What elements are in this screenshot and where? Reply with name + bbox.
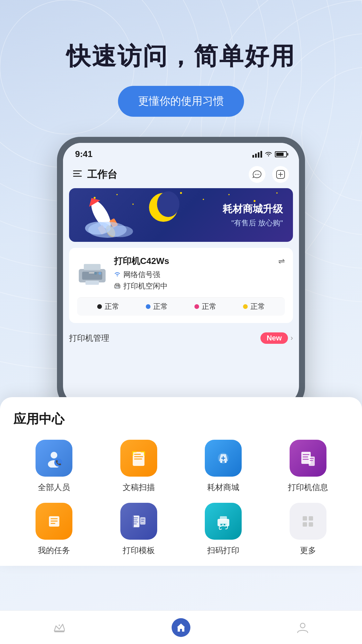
app-item-more[interactable]: 更多: [267, 503, 349, 556]
wifi-status: 网络信号强: [114, 270, 285, 280]
banner-main-text: 耗材商城升级: [223, 202, 283, 216]
svg-rect-87: [221, 525, 221, 525]
svg-rect-85: [223, 524, 223, 525]
ink-yellow-label: 正常: [250, 302, 265, 312]
svg-rect-41: [84, 264, 101, 270]
svg-point-23: [132, 204, 134, 205]
app-item-template[interactable]: 打印模板: [98, 503, 180, 556]
svg-point-27: [254, 200, 256, 202]
people-icon: 📞: [36, 440, 72, 477]
svg-rect-67: [310, 460, 313, 461]
printer-name: 打印机C42Ws: [114, 255, 169, 267]
svg-rect-71: [51, 523, 55, 524]
crown-icon: [53, 621, 66, 634]
chat-button[interactable]: [249, 166, 265, 183]
hero-title: 快速访问，简单好用: [0, 40, 362, 72]
printer-card: 打印机C42Ws ⇌: [69, 248, 293, 323]
svg-point-37: [85, 222, 111, 234]
wifi-status-icon: [114, 271, 121, 279]
nav-item-crown[interactable]: [53, 621, 66, 634]
svg-rect-77: [132, 516, 134, 527]
ink-yellow: 正常: [243, 302, 265, 312]
svg-rect-73: [133, 518, 138, 518]
svg-rect-69: [51, 518, 58, 519]
print-status-text: 打印机空闲中: [123, 281, 168, 291]
app-people-label: 全部人员: [38, 482, 70, 493]
svg-rect-88: [303, 516, 307, 521]
app-center-title: 应用中心: [13, 411, 349, 428]
phone-screen: 9:41: [63, 143, 299, 405]
menu-icon[interactable]: [73, 170, 82, 179]
print-status-icon: [114, 282, 121, 290]
svg-rect-74: [133, 520, 137, 520]
chevron-right-icon: ›: [291, 334, 293, 342]
add-button[interactable]: [272, 166, 289, 183]
ink-cyan-label: 正常: [153, 302, 168, 312]
app-item-shop[interactable]: 耗材商城: [183, 440, 264, 493]
svg-rect-89: [309, 516, 313, 521]
app-item-info[interactable]: 打印机信息: [267, 440, 349, 493]
management-row[interactable]: 打印机管理 New ›: [63, 328, 299, 344]
app-qr-label: 扫码打印: [207, 545, 239, 556]
svg-rect-79: [141, 519, 144, 520]
app-scan-label: 文稿扫描: [123, 482, 155, 493]
app-item-scan[interactable]: 文稿扫描: [98, 440, 180, 493]
switch-printer-icon[interactable]: ⇌: [278, 257, 285, 266]
svg-rect-65: [309, 457, 315, 466]
status-time: 9:41: [75, 149, 93, 159]
wifi-icon: [265, 150, 272, 159]
svg-point-30: [157, 192, 179, 217]
svg-marker-94: [177, 624, 185, 632]
banner[interactable]: 耗材商城升级 "有售后 放心购": [69, 188, 293, 242]
svg-point-15: [255, 174, 256, 175]
svg-rect-64: [303, 459, 309, 460]
header-left: 工作台: [73, 168, 117, 181]
svg-point-26: [228, 194, 230, 195]
bottom-nav: [0, 610, 362, 644]
svg-point-22: [116, 194, 118, 195]
svg-point-28: [276, 192, 278, 194]
svg-rect-14: [73, 176, 82, 177]
svg-point-93: [59, 625, 60, 626]
printer-details: 打印机C42Ws ⇌: [114, 255, 285, 292]
app-header: 工作台: [63, 163, 299, 188]
task-icon: [36, 503, 72, 540]
ink-magenta-label: 正常: [202, 302, 217, 312]
ink-black-label: 正常: [105, 302, 119, 312]
management-label: 打印机管理: [69, 333, 109, 343]
svg-rect-48: [116, 286, 119, 288]
app-item-qr[interactable]: 扫码打印: [183, 503, 264, 556]
app-center: 应用中心 📞 全部人员: [0, 397, 362, 566]
nav-item-home[interactable]: [172, 618, 190, 637]
app-grid: 📞 全部人员 文稿扫描: [13, 440, 349, 556]
svg-point-44: [99, 272, 101, 275]
info-icon: [290, 440, 326, 477]
svg-point-49: [119, 285, 120, 286]
svg-rect-62: [303, 454, 309, 455]
signal-bars-icon: [252, 151, 262, 158]
svg-point-50: [51, 452, 57, 459]
nav-item-person[interactable]: [296, 621, 309, 634]
svg-rect-47: [116, 283, 119, 285]
app-info-label: 打印机信息: [288, 482, 328, 493]
svg-point-59: [220, 461, 222, 463]
svg-text:📞: 📞: [55, 460, 61, 466]
app-template-label: 打印模板: [123, 545, 155, 556]
app-item-task[interactable]: 我的任务: [13, 503, 95, 556]
svg-rect-75: [133, 522, 138, 522]
svg-point-25: [203, 199, 204, 200]
svg-rect-12: [73, 170, 82, 171]
new-badge: New: [260, 332, 288, 344]
app-item-people[interactable]: 📞 全部人员: [13, 440, 95, 493]
battery-icon: [275, 151, 287, 157]
status-icons: [252, 150, 287, 159]
wifi-status-text: 网络信号强: [123, 270, 160, 280]
status-bar: 9:41: [63, 143, 299, 163]
svg-rect-91: [309, 522, 313, 527]
home-icon: [176, 623, 186, 633]
hero-button[interactable]: 更懂你的使用习惯: [118, 86, 244, 117]
svg-rect-70: [51, 521, 58, 522]
phone-mockup: 9:41: [57, 137, 305, 411]
app-shop-label: 耗材商城: [207, 482, 239, 493]
printer-image: [77, 262, 107, 286]
